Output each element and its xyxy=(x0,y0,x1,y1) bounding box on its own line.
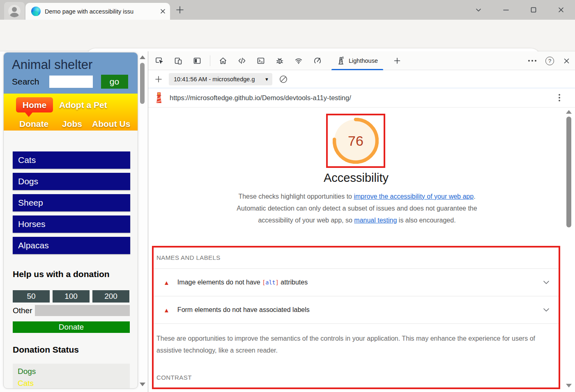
dock-side-icon[interactable] xyxy=(191,55,203,67)
amount-200-button[interactable]: 200 xyxy=(92,290,129,303)
help-icon[interactable] xyxy=(545,57,554,65)
audit-image-alt[interactable]: ▲ Image elements do not have [alt] attri… xyxy=(154,269,559,296)
link-horses[interactable]: Horses xyxy=(13,215,130,233)
section-contrast: CONTRAST xyxy=(156,374,192,381)
tab-actions-chevron-icon[interactable] xyxy=(472,4,485,16)
donation-status-panel: Dogs Cats xyxy=(13,364,130,389)
category-description: These checks highlight opportunities to … xyxy=(237,190,477,226)
more-tabs-icon[interactable] xyxy=(391,55,403,67)
donation-status-heading: Donation Status xyxy=(13,345,79,355)
profile-avatar[interactable] xyxy=(4,2,25,20)
devtools-tab-bar: Lighthouse xyxy=(148,51,575,70)
donation-heading: Help us with a donation xyxy=(13,269,110,279)
elements-icon[interactable] xyxy=(236,55,248,67)
scroll-down-icon[interactable] xyxy=(140,383,145,386)
devtools-close-icon[interactable] xyxy=(563,57,570,64)
donate-button[interactable]: Donate xyxy=(13,321,130,333)
maximize-button[interactable] xyxy=(527,4,540,16)
improve-accessibility-link[interactable]: improve the accessibility of your web ap… xyxy=(354,193,474,200)
scroll-up-icon[interactable] xyxy=(140,55,145,59)
caret-down-icon: ▼ xyxy=(264,77,269,82)
nav-donate[interactable]: Donate xyxy=(19,119,48,129)
issues-bug-icon[interactable] xyxy=(274,55,286,67)
browser-window: Demo page with accessibility issu xyxy=(0,0,575,392)
section-names-and-labels: NAMES AND LABELS xyxy=(154,248,559,269)
tab-close-icon[interactable] xyxy=(160,8,166,14)
inspect-element-icon[interactable] xyxy=(153,55,166,67)
chevron-down-icon[interactable] xyxy=(543,279,550,286)
report-scrollbar[interactable] xyxy=(565,110,573,388)
amount-100-button[interactable]: 100 xyxy=(53,290,90,303)
device-emulation-icon[interactable] xyxy=(172,55,184,67)
scrollbar-thumb[interactable] xyxy=(140,63,145,104)
close-window-button[interactable] xyxy=(555,4,567,16)
audit-title: Form elements do not have associated lab… xyxy=(177,306,310,314)
tab-title: Demo page with accessibility issu xyxy=(45,8,156,15)
score-value: 76 xyxy=(333,118,379,164)
warning-triangle-icon: ▲ xyxy=(163,279,170,286)
link-cats[interactable]: Cats xyxy=(13,151,130,169)
devtools-more-icon[interactable] xyxy=(528,60,536,62)
clear-audits-icon[interactable] xyxy=(278,74,288,84)
search-input[interactable] xyxy=(49,76,93,88)
tab-bar: Demo page with accessibility issu xyxy=(0,0,575,20)
chevron-down-icon[interactable] xyxy=(543,306,550,314)
active-tab[interactable]: Demo page with accessibility issu xyxy=(25,3,170,20)
nav-about-us[interactable]: About Us xyxy=(92,119,130,129)
nav-home[interactable]: Home xyxy=(16,97,53,112)
score-highlight-box: 76 xyxy=(326,114,385,168)
animal-shelter-page: Animal shelter Search go Home Adopt a Pe… xyxy=(3,52,138,389)
page-viewport: Animal shelter Search go Home Adopt a Pe… xyxy=(0,51,148,392)
page-title: Animal shelter xyxy=(12,57,138,72)
warning-triangle-icon: ▲ xyxy=(163,307,170,314)
nav-jobs[interactable]: Jobs xyxy=(62,119,82,129)
lighthouse-report: 76 Accessibility These checks highlight … xyxy=(148,108,575,392)
lighthouse-tab-label: Lighthouse xyxy=(349,57,378,64)
status-item-cats: Cats xyxy=(18,379,130,388)
new-audit-icon[interactable] xyxy=(154,75,163,83)
scrollbar-thumb[interactable] xyxy=(566,117,571,227)
devtools-panel: Lighthouse 10:41:56 AM - microsoftedge.g… xyxy=(148,51,575,392)
toolbar-divider xyxy=(210,55,210,66)
page-nav: Home Adopt a Pet Donate Jobs About Us xyxy=(4,94,138,131)
network-icon[interactable] xyxy=(292,55,305,67)
page-scrollbar[interactable] xyxy=(139,54,146,390)
new-tab-button[interactable] xyxy=(175,5,185,15)
lighthouse-run-bar: 10:41:56 AM - microsoftedge.g ▼ xyxy=(148,70,575,88)
audited-url-bar: https://microsoftedge.github.io/Demos/de… xyxy=(148,88,575,108)
performance-icon[interactable] xyxy=(311,55,324,67)
lighthouse-tab-icon xyxy=(337,56,345,65)
scroll-up-icon[interactable] xyxy=(566,110,572,114)
audit-form-labels[interactable]: ▲ Form elements do not have associated l… xyxy=(154,296,559,324)
audits-highlight-box: NAMES AND LABELS ▲ Image elements do not… xyxy=(152,246,560,389)
edge-logo-icon xyxy=(31,7,41,16)
minimize-button[interactable] xyxy=(500,4,512,16)
link-alpacas[interactable]: Alpacas xyxy=(13,237,130,254)
link-dogs[interactable]: Dogs xyxy=(13,173,130,190)
other-amount-input[interactable] xyxy=(35,305,130,316)
lighthouse-logo-icon xyxy=(154,92,164,104)
nav-adopt-a-pet[interactable]: Adopt a Pet xyxy=(59,100,107,110)
run-history-dropdown[interactable]: 10:41:56 AM - microsoftedge.g ▼ xyxy=(169,73,272,85)
page-header: Animal shelter Search go xyxy=(4,53,138,94)
tab-lighthouse[interactable]: Lighthouse xyxy=(330,51,384,70)
browser-toolbar: microsoftedge.github.io/Demos/devtools-a… xyxy=(0,20,575,51)
scroll-down-icon[interactable] xyxy=(566,384,572,387)
audit-title: Image elements do not have [alt] attribu… xyxy=(177,279,308,286)
audited-url: https://microsoftedge.github.io/Demos/de… xyxy=(170,94,351,102)
status-item-dogs: Dogs xyxy=(18,367,130,376)
other-label: Other xyxy=(13,306,32,315)
console-icon[interactable] xyxy=(255,55,267,67)
report-kebab-menu-icon[interactable] xyxy=(559,94,560,101)
section-note: These are opportunities to improve the s… xyxy=(154,324,559,356)
category-title: Accessibility xyxy=(274,171,438,185)
accessibility-score-gauge[interactable]: 76 xyxy=(333,118,379,164)
person-icon xyxy=(8,5,21,17)
manual-testing-link[interactable]: manual testing xyxy=(354,217,397,224)
go-button[interactable]: go xyxy=(101,75,128,89)
search-label: Search xyxy=(12,77,39,87)
link-sheep[interactable]: Sheep xyxy=(13,194,130,211)
amount-50-button[interactable]: 50 xyxy=(13,290,50,303)
welcome-home-icon[interactable] xyxy=(217,55,229,67)
